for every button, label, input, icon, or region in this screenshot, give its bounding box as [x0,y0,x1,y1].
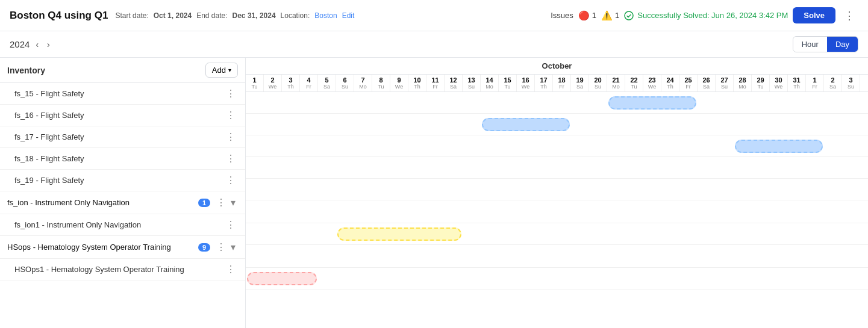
fs-ion1-label: fs_ion1 - Instrument Only Navigation [14,220,223,229]
cal-row-fs_19 [246,179,868,200]
day-col-14: 15Tu [499,75,517,91]
day-col-16: 17Th [535,75,553,91]
day-col-12: 13Su [463,75,481,91]
add-button[interactable]: Add ▾ [205,63,238,78]
year-label: 2024 [10,39,30,49]
fs-ion-badge: 1 [198,199,210,207]
edit-link[interactable]: Edit [342,11,355,20]
day-col-18: 19Sa [571,75,589,91]
days-header: 1Tu2We3Th4Fr5Sa6Su7Mo8Tu9We10Th11Fr12Sa1… [246,75,868,92]
group-fs_ion: fs_ion - Instrument Only Navigation 1 ⋮ … [0,191,245,214]
day-col-20: 21Mo [607,75,625,91]
row-fs_ion1: fs_ion1 - Instrument Only Navigation ⋮ [0,214,245,236]
day-col-11: 12Sa [445,75,463,91]
start-date: Oct 1, 2024 [154,11,192,20]
row-fs_19: fs_19 - Flight Safety ⋮ [0,170,245,191]
calendar-panel[interactable]: October 1Tu2We3Th4Fr5Sa6Su7Mo8Tu9We10Th1… [246,58,868,328]
error-badge[interactable]: 🔴 1 [578,10,596,21]
prev-year-button[interactable]: ‹ [33,39,41,51]
hsops-menu-button[interactable]: ⋮ [214,240,228,254]
day-col-21: 22Tu [625,75,643,91]
day-col-26: 27Su [716,75,734,91]
hour-view-button[interactable]: Hour [793,37,827,52]
row-fs_15: fs_15 - Flight Safety ⋮ [0,83,245,105]
hsops-collapse-button[interactable]: ▾ [228,240,238,254]
add-label: Add [212,66,226,75]
warn-icon: ⚠️ [601,10,613,21]
fs19-label: fs_19 - Flight Safety [14,176,223,185]
end-label: End date: [196,11,227,20]
day-col-30: 31Th [788,75,806,91]
toolbar: 2024 ‹ › Hour Day [0,31,868,58]
page-title: Boston Q4 using Q1 [10,10,108,22]
hsops1-menu-button[interactable]: ⋮ [223,262,238,276]
location-link[interactable]: Boston [314,11,337,20]
gantt-bar-fs_16[interactable] [482,118,570,131]
header-meta: Start date: Oct 1, 2024 End date: Dec 31… [115,11,354,20]
gantt-bar-fs_ion1[interactable] [337,227,461,241]
day-col-23: 24Th [661,75,679,91]
day-col-6: 7Mo [354,75,372,91]
next-year-button[interactable]: › [45,39,52,51]
day-col-27: 28Mo [734,75,752,91]
svg-point-0 [625,11,633,20]
cal-row-fs_17 [246,135,868,157]
day-col-24: 25Fr [679,75,698,91]
row-HSOps1: HSOps1 - Hematology System Operator Trai… [0,259,245,280]
day-col-8: 9We [390,75,408,91]
fs-ion-menu-button[interactable]: ⋮ [214,196,228,209]
add-chevron-icon: ▾ [228,67,231,73]
row-fs_18: fs_18 - Flight Safety ⋮ [0,148,245,170]
end-date: Dec 31, 2024 [233,11,276,20]
day-col-32: 2Sa [824,75,842,91]
day-col-28: 29Tu [752,75,770,91]
day-col-19: 20Su [589,75,607,91]
fs17-menu-button[interactable]: ⋮ [223,130,238,144]
day-col-15: 16We [517,75,535,91]
hsops1-label: HSOps1 - Hematology System Operator Trai… [14,265,223,274]
cal-row-fs_ion_group [246,200,868,223]
solve-button[interactable]: Solve [793,7,835,23]
gantt-bar-fs_15[interactable] [608,96,696,110]
more-button[interactable]: ⋮ [840,7,858,25]
solved-text: Successfully Solved: Jun 26, 2024 3:42 P… [637,11,788,20]
day-col-0: 1Tu [246,75,264,91]
fs16-menu-button[interactable]: ⋮ [223,108,238,122]
fs17-label: fs_17 - Flight Safety [14,132,223,141]
view-toggle: Hour Day [793,36,858,52]
cal-row-fs_16 [246,114,868,135]
fs18-label: fs_18 - Flight Safety [14,154,223,163]
day-view-button[interactable]: Day [827,37,858,52]
issues-label: Issues [551,11,573,20]
main-content: Inventory Add ▾ fs_15 - Flight Safety ⋮ … [0,58,868,328]
group-hsops: HSops - Hematology System Operator Train… [0,236,245,259]
solved-badge: Successfully Solved: Jun 26, 2024 3:42 P… [624,11,788,20]
month-header: October [246,58,868,75]
day-col-3: 4Fr [300,75,318,91]
day-col-22: 23We [643,75,661,91]
error-icon: 🔴 [578,10,590,21]
day-col-10: 11Fr [426,75,445,91]
fs-ion1-menu-button[interactable]: ⋮ [223,218,238,232]
fs-ion-collapse-button[interactable]: ▾ [228,196,238,209]
day-col-4: 5Sa [318,75,336,91]
gantt-bar-HSOps1[interactable] [247,272,317,285]
location-label: Location: [281,11,310,20]
cal-row-fs_18 [246,157,868,179]
warn-count: 1 [615,11,619,20]
hsops-label: HSops - Hematology System Operator Train… [7,243,198,252]
fs18-menu-button[interactable]: ⋮ [223,152,238,166]
row-fs_16: fs_16 - Flight Safety ⋮ [0,105,245,126]
day-col-25: 26Sa [698,75,716,91]
day-col-5: 6Su [336,75,354,91]
gantt-bar-fs_17[interactable] [735,140,823,153]
day-col-1: 2We [264,75,282,91]
cal-row-HSOps1 [246,268,868,289]
cal-row-fs_15 [246,92,868,114]
hsops-badge: 9 [198,243,210,252]
day-col-31: 1Fr [806,75,824,91]
fs-ion-label: fs_ion - Instrument Only Navigation [7,198,198,207]
fs19-menu-button[interactable]: ⋮ [223,173,238,187]
warn-badge[interactable]: ⚠️ 1 [601,10,619,21]
fs15-menu-button[interactable]: ⋮ [223,87,238,101]
